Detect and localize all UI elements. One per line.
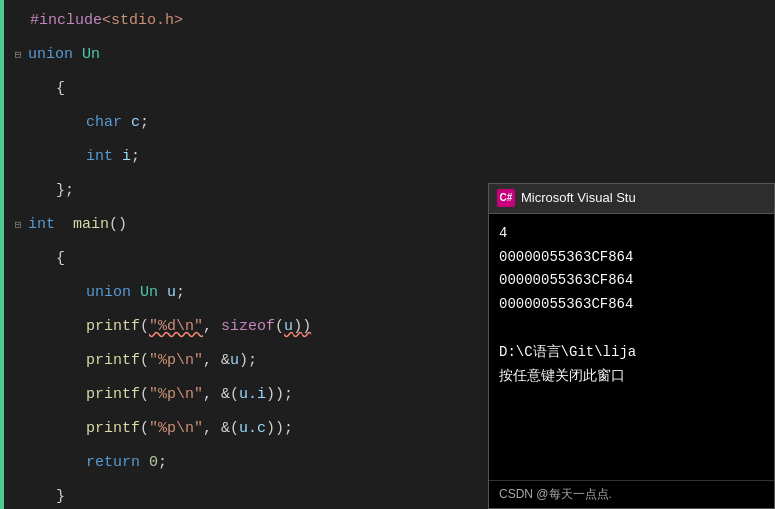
str-format-3: "%p\n" bbox=[149, 378, 203, 412]
line-char-decl: char c; bbox=[10, 106, 775, 140]
vs-icon: C# bbox=[497, 189, 515, 207]
keyword-char: char bbox=[86, 106, 122, 140]
semicolon: ; bbox=[140, 106, 149, 140]
num-zero: 0 bbox=[149, 446, 158, 480]
semicolon: ; bbox=[131, 140, 140, 174]
open-brace-2: { bbox=[56, 242, 65, 276]
str-format-4: "%p\n" bbox=[149, 412, 203, 446]
fn-main: main bbox=[73, 208, 109, 242]
line-int-decl: int i; bbox=[10, 140, 775, 174]
fn-printf-2: printf bbox=[86, 344, 140, 378]
keyword-union-2: union bbox=[86, 276, 131, 310]
keyword-union: union bbox=[28, 38, 73, 72]
semicolon: ; bbox=[176, 276, 185, 310]
var-i: i bbox=[122, 140, 131, 174]
fold-icon-main[interactable]: ⊟ bbox=[10, 217, 26, 233]
include-path: <stdio.h> bbox=[102, 4, 183, 38]
close-brace-final: } bbox=[56, 480, 65, 509]
fn-printf-4: printf bbox=[86, 412, 140, 446]
type-Un-2: Un bbox=[140, 276, 158, 310]
var-u-2: u bbox=[230, 344, 239, 378]
include-keyword: #include bbox=[30, 4, 102, 38]
open-brace: { bbox=[56, 72, 65, 106]
keyword-return: return bbox=[86, 446, 140, 480]
line-open-brace-1: { bbox=[10, 72, 775, 106]
output-line-6: D:\C语言\Git\lija bbox=[499, 341, 764, 365]
output-line-4: 00000055363CF864 bbox=[499, 293, 764, 317]
console-footer: CSDN @每天一点点. bbox=[489, 480, 774, 508]
fold-icon-union[interactable]: ⊟ bbox=[10, 47, 26, 63]
output-line-5 bbox=[499, 317, 764, 341]
var-u: u bbox=[167, 276, 176, 310]
green-accent-bar bbox=[0, 0, 4, 509]
line-union-decl: ⊟ union Un bbox=[10, 38, 775, 72]
output-line-1: 4 bbox=[499, 222, 764, 246]
var-u-c: u.c bbox=[239, 412, 266, 446]
console-output: 4 00000055363CF864 00000055363CF864 0000… bbox=[489, 214, 774, 480]
fn-printf-3: printf bbox=[86, 378, 140, 412]
keyword-int: int bbox=[86, 140, 113, 174]
console-window[interactable]: C# Microsoft Visual Stu 4 00000055363CF8… bbox=[488, 183, 775, 509]
output-line-2: 00000055363CF864 bbox=[499, 246, 764, 270]
console-title-bar: C# Microsoft Visual Stu bbox=[489, 184, 774, 214]
line-include: #include<stdio.h> bbox=[10, 4, 775, 38]
sizeof-kw: sizeof bbox=[221, 310, 275, 344]
output-line-7: 按任意键关闭此窗口 bbox=[499, 365, 764, 389]
str-format-1: "%d\n" bbox=[149, 310, 203, 344]
fn-printf-1: printf bbox=[86, 310, 140, 344]
close-brace-semi: }; bbox=[56, 174, 74, 208]
line-spacer bbox=[10, 4, 26, 38]
console-title: Microsoft Visual Stu bbox=[521, 188, 636, 209]
type-Un: Un bbox=[82, 38, 100, 72]
var-c: c bbox=[131, 106, 140, 140]
var-u-sizeof: u bbox=[284, 310, 293, 344]
output-line-3: 00000055363CF864 bbox=[499, 269, 764, 293]
var-u-i: u.i bbox=[239, 378, 266, 412]
str-format-2: "%p\n" bbox=[149, 344, 203, 378]
keyword-int-main: int bbox=[28, 208, 55, 242]
parens: () bbox=[109, 208, 127, 242]
